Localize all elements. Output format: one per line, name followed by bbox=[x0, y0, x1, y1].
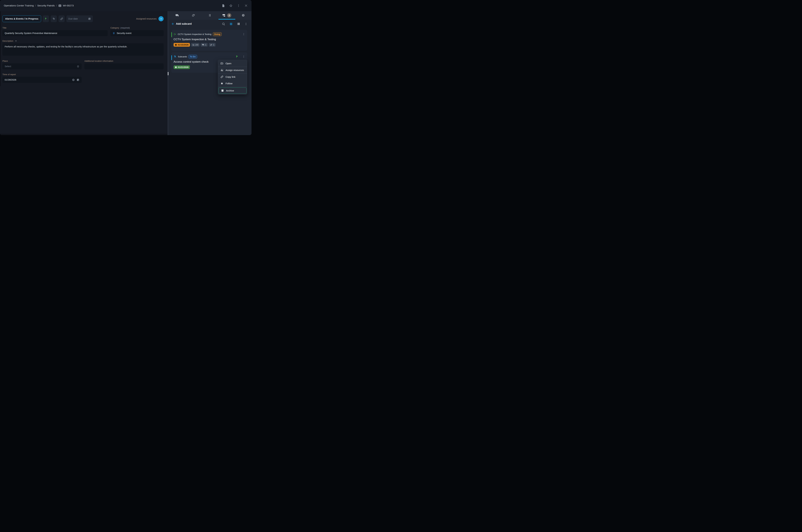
menu-item-open[interactable]: Open bbox=[218, 60, 247, 66]
card-kebab-icon[interactable] bbox=[242, 33, 245, 36]
subcards-tab-icon bbox=[222, 14, 226, 17]
category-value: Security event bbox=[116, 32, 131, 35]
attachments-tab-icon bbox=[192, 14, 195, 17]
left-panel-bottom-edge bbox=[0, 134, 167, 135]
status-badge[interactable]: To Do bbox=[188, 55, 197, 58]
card-kebab-icon[interactable] bbox=[242, 55, 245, 58]
menu-item-follow[interactable]: Follow bbox=[218, 80, 247, 87]
due-date-input[interactable] bbox=[68, 17, 87, 20]
title-input[interactable] bbox=[5, 32, 105, 35]
due-date-badge[interactable]: 01/21/2026 bbox=[174, 65, 190, 69]
category-label: Category (required) bbox=[110, 26, 164, 29]
list-view-icon[interactable] bbox=[237, 22, 240, 25]
active-tab-indicator bbox=[218, 19, 235, 20]
card-accent-bar bbox=[171, 32, 172, 37]
tab-attachments[interactable] bbox=[185, 11, 202, 19]
chevron-up-icon[interactable] bbox=[15, 40, 17, 42]
place-select[interactable]: Select bbox=[2, 63, 81, 70]
category-required-hint: (required) bbox=[121, 26, 130, 29]
checklist-tab-icon bbox=[208, 14, 212, 17]
add-subcard-label: Add subcard bbox=[176, 22, 192, 25]
star-filled-icon bbox=[220, 82, 223, 85]
category-select[interactable]: Security event bbox=[110, 30, 164, 36]
subcard-source-title[interactable]: Subcards bbox=[178, 55, 187, 58]
menu-item-copy-link[interactable]: Copy link bbox=[218, 74, 247, 80]
time-of-report-field bbox=[2, 77, 81, 83]
close-icon[interactable] bbox=[244, 4, 248, 7]
card-accent-bar bbox=[171, 55, 172, 60]
kebab-menu-icon[interactable] bbox=[244, 22, 248, 25]
assigned-resources-label: Assigned resources bbox=[136, 17, 157, 20]
subcard-cctv[interactable]: CCTV System Inspection & Testing Doing C… bbox=[171, 30, 247, 51]
grid-view-icon[interactable] bbox=[230, 22, 233, 25]
flag-filled-icon[interactable] bbox=[236, 55, 239, 58]
breadcrumb-board[interactable]: Operations Center Training bbox=[4, 4, 34, 7]
attachments-count-badge[interactable]: 1 bbox=[209, 43, 216, 46]
comments-tab-icon bbox=[175, 14, 179, 17]
clear-date-icon[interactable] bbox=[72, 78, 75, 81]
additional-location-input[interactable] bbox=[87, 65, 161, 68]
description-header: Description bbox=[2, 40, 164, 42]
document-icon[interactable] bbox=[222, 4, 225, 7]
flag-button[interactable] bbox=[43, 15, 49, 22]
copy-link-button[interactable] bbox=[58, 15, 65, 22]
checklist-mini-icon bbox=[192, 44, 195, 46]
tab-subcards[interactable]: 2 bbox=[218, 11, 235, 19]
tag-icon bbox=[52, 17, 55, 20]
assign-resources-icon bbox=[220, 69, 223, 72]
main-content: Alarms & Events / In Progress bbox=[0, 11, 252, 135]
star-icon[interactable] bbox=[229, 4, 233, 7]
calendar-icon[interactable] bbox=[76, 78, 79, 81]
attachment-mini-icon bbox=[210, 44, 212, 46]
time-of-report-input[interactable] bbox=[5, 78, 70, 81]
plus-icon bbox=[171, 22, 174, 25]
branch-arrow-icon bbox=[174, 33, 176, 36]
menu-item-highlight-frame: Archive bbox=[218, 88, 247, 94]
tab-activity[interactable] bbox=[235, 11, 252, 19]
menu-item-assign-resources[interactable]: Assign resources bbox=[218, 67, 247, 73]
due-date-field bbox=[67, 15, 93, 22]
due-date-badge[interactable]: 01/15/2026 bbox=[174, 43, 190, 46]
comments-count-badge[interactable]: 1 bbox=[201, 43, 208, 46]
add-subcard-button[interactable]: Add subcard bbox=[171, 22, 192, 25]
search-icon[interactable] bbox=[222, 22, 225, 26]
tags-button[interactable] bbox=[51, 15, 57, 22]
assigned-resources: Assigned resources bbox=[136, 16, 164, 21]
link-icon bbox=[220, 75, 223, 78]
work-item-window: Operations Center Training / Security Pa… bbox=[0, 0, 252, 135]
comment-mini-icon bbox=[202, 43, 204, 46]
breadcrumb-separator: / bbox=[56, 4, 57, 7]
status-row: Alarms & Events / In Progress bbox=[2, 15, 164, 22]
kebab-menu-icon[interactable] bbox=[237, 4, 240, 7]
status-selector-button[interactable]: Alarms & Events / In Progress bbox=[2, 15, 41, 22]
card-type-drop-slash-icon bbox=[174, 55, 177, 58]
status-badge[interactable]: Doing bbox=[213, 32, 222, 36]
menu-item-archive[interactable]: Archive bbox=[219, 88, 247, 93]
time-of-report-label: Time of report bbox=[2, 73, 81, 76]
subcards-toolbar: Add subcard bbox=[167, 20, 252, 27]
folder-open-icon bbox=[220, 62, 223, 65]
breadcrumb-separator: / bbox=[35, 4, 36, 7]
link-icon bbox=[60, 17, 63, 20]
checklist-progress-badge[interactable]: 2/3 bbox=[191, 43, 200, 46]
description-textarea[interactable]: Perform all necessary checks, updates, a… bbox=[2, 43, 164, 56]
tab-comments[interactable] bbox=[169, 11, 185, 19]
shield-icon bbox=[113, 32, 115, 35]
place-placeholder: Select bbox=[5, 65, 75, 68]
subcard-source-title[interactable]: CCTV System Inspection & Testing bbox=[178, 33, 212, 35]
add-resource-button[interactable] bbox=[159, 16, 164, 21]
card-context-menu: Open Assign resources Copy link bbox=[218, 60, 247, 95]
additional-location-label: Additional location information bbox=[84, 60, 164, 62]
panel-tabs: 2 bbox=[169, 11, 252, 20]
panel-resize-handle[interactable] bbox=[168, 72, 168, 75]
calendar-alert-icon bbox=[175, 44, 177, 46]
topbar: Operations Center Training / Security Pa… bbox=[0, 0, 252, 11]
tab-checklist[interactable] bbox=[202, 11, 218, 19]
additional-location-field bbox=[84, 63, 164, 70]
topbar-actions bbox=[222, 4, 248, 7]
work-item-icon bbox=[58, 4, 61, 7]
breadcrumb-current: WI-00273 bbox=[58, 4, 74, 7]
breadcrumb-list[interactable]: Security Patrols bbox=[37, 4, 55, 7]
calendar-icon[interactable] bbox=[88, 17, 91, 20]
subcard-title[interactable]: CCTV System Inspection & Testing bbox=[174, 38, 245, 41]
